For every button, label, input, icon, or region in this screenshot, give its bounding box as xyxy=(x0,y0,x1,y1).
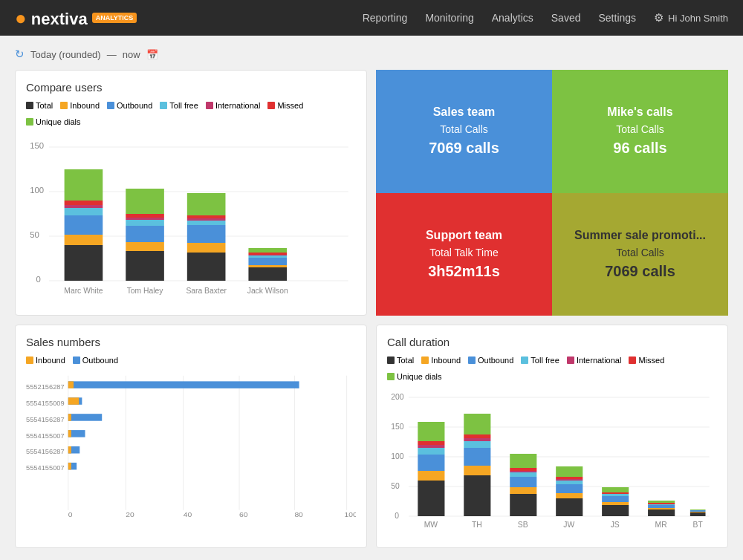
logo-area: ● nextiva ANALYTICS xyxy=(15,7,137,30)
dur-legend-tollfree-label: Toll free xyxy=(531,356,559,365)
support-team-value: 3h52m11s xyxy=(428,263,500,280)
svg-rect-99 xyxy=(510,472,536,477)
svg-text:5552156287: 5552156287 xyxy=(26,383,65,391)
dur-legend-unique-label: Unique dials xyxy=(397,372,442,381)
svg-text:150: 150 xyxy=(30,141,44,150)
dur-legend-total: Total xyxy=(387,356,414,365)
nav-saved[interactable]: Saved xyxy=(551,12,581,24)
svg-rect-114 xyxy=(602,496,629,502)
compare-chart-area: 150 100 50 0 xyxy=(26,134,356,305)
svg-rect-32 xyxy=(248,267,287,281)
svg-text:Jack Wilson: Jack Wilson xyxy=(247,287,288,295)
mikes-calls-title: Mike's calls xyxy=(607,105,672,119)
refresh-icon[interactable]: ↻ xyxy=(15,48,25,61)
sales-legend-outbound: Outbound xyxy=(73,356,118,365)
legend-unique-label: Unique dials xyxy=(36,117,81,126)
svg-text:JS: JS xyxy=(611,521,620,529)
dur-bar-JW xyxy=(556,466,583,516)
duration-legend: Total Inbound Outbound Toll free Interna… xyxy=(387,356,717,381)
svg-rect-22 xyxy=(126,189,164,214)
svg-text:40: 40 xyxy=(184,511,192,519)
dur-bar-TH xyxy=(464,414,490,516)
legend-tollfree: Toll free xyxy=(160,101,198,110)
svg-rect-120 xyxy=(648,508,675,509)
sales-numbers-panel: Sales numbers Inbound Outbound 0 20 40 6… xyxy=(15,325,367,548)
analytics-badge: ANALYTICS xyxy=(92,13,137,23)
svg-rect-91 xyxy=(464,441,490,448)
svg-rect-110 xyxy=(556,466,583,477)
svg-rect-100 xyxy=(510,471,536,472)
svg-text:50: 50 xyxy=(391,482,400,490)
dur-legend-inbound-label: Inbound xyxy=(431,356,461,365)
svg-rect-112 xyxy=(602,505,629,516)
svg-rect-10 xyxy=(65,215,103,235)
svg-rect-38 xyxy=(248,248,287,253)
svg-rect-124 xyxy=(648,501,675,503)
svg-rect-54 xyxy=(68,381,74,388)
nav-analytics[interactable]: Analytics xyxy=(492,12,533,24)
bar-tom-haley xyxy=(126,189,164,281)
dur-bar-BT xyxy=(690,509,706,516)
svg-rect-17 xyxy=(126,242,164,251)
metric-support-team: Support team Total Talk Time 3h52m11s xyxy=(376,193,552,316)
svg-text:JW: JW xyxy=(563,521,574,529)
bottom-panels: Sales numbers Inbound Outbound 0 20 40 6… xyxy=(15,325,728,548)
duration-chart-area: 200 150 100 50 0 xyxy=(387,388,717,537)
dur-legend-total-label: Total xyxy=(397,356,414,365)
svg-text:5554156287: 5554156287 xyxy=(26,449,65,456)
main-nav: Reporting Monitoring Analytics Saved Set… xyxy=(363,12,636,24)
dur-legend-outbound: Outbound xyxy=(468,356,513,365)
svg-rect-18 xyxy=(126,226,164,242)
dur-bar-SB xyxy=(510,454,536,516)
svg-rect-113 xyxy=(602,502,629,505)
svg-rect-93 xyxy=(464,434,490,438)
svg-text:5554155009: 5554155009 xyxy=(26,400,65,407)
sales-legend: Inbound Outbound xyxy=(26,356,356,365)
summer-sale-sub: Total Calls xyxy=(616,247,664,258)
legend-inbound-label: Inbound xyxy=(70,101,100,110)
dur-legend-inbound: Inbound xyxy=(421,356,461,365)
support-team-title: Support team xyxy=(426,229,502,242)
svg-rect-20 xyxy=(126,218,164,220)
dur-legend-tollfree: Toll free xyxy=(521,356,559,365)
bar-sara-baxter xyxy=(187,193,226,281)
dur-legend-missed-label: Missed xyxy=(638,356,664,365)
logo-dot: ● xyxy=(15,7,27,29)
svg-rect-86 xyxy=(418,422,444,441)
dur-legend-international: International xyxy=(567,356,622,365)
svg-text:5554156287: 5554156287 xyxy=(26,416,65,423)
nav-reporting[interactable]: Reporting xyxy=(363,12,408,24)
svg-text:100: 100 xyxy=(30,186,44,195)
legend-missed-label: Missed xyxy=(277,101,303,110)
legend-outbound-label: Outbound xyxy=(117,101,152,110)
date-text: Today (rounded) xyxy=(30,49,101,60)
svg-rect-129 xyxy=(690,509,706,510)
sales-team-value: 7069 calls xyxy=(429,140,499,157)
svg-text:80: 80 xyxy=(294,511,303,519)
calendar-icon[interactable]: 📅 xyxy=(146,49,158,60)
svg-rect-9 xyxy=(65,235,103,245)
svg-rect-59 xyxy=(68,414,102,421)
legend-tollfree-label: Toll free xyxy=(169,101,198,110)
svg-rect-89 xyxy=(464,466,490,475)
svg-rect-119 xyxy=(648,509,675,516)
sales-legend-inbound: Inbound xyxy=(26,356,65,365)
legend-total: Total xyxy=(26,101,53,110)
legend-total-label: Total xyxy=(36,101,53,110)
dur-legend-missed: Missed xyxy=(629,356,664,365)
svg-rect-102 xyxy=(510,454,536,468)
svg-rect-28 xyxy=(187,218,226,221)
bar-marc-white xyxy=(65,169,103,281)
svg-rect-11 xyxy=(65,208,103,215)
svg-rect-128 xyxy=(690,510,706,512)
svg-text:0: 0 xyxy=(68,511,73,519)
svg-rect-14 xyxy=(65,169,103,201)
nav-settings[interactable]: Settings xyxy=(598,12,636,24)
dur-legend-outbound-label: Outbound xyxy=(478,356,513,365)
svg-text:100: 100 xyxy=(345,511,356,519)
gear-icon: ⚙ xyxy=(654,11,663,25)
svg-rect-127 xyxy=(690,512,706,512)
nav-monitoring[interactable]: Monitoring xyxy=(425,12,473,24)
svg-rect-116 xyxy=(602,492,629,494)
svg-rect-34 xyxy=(248,258,287,265)
